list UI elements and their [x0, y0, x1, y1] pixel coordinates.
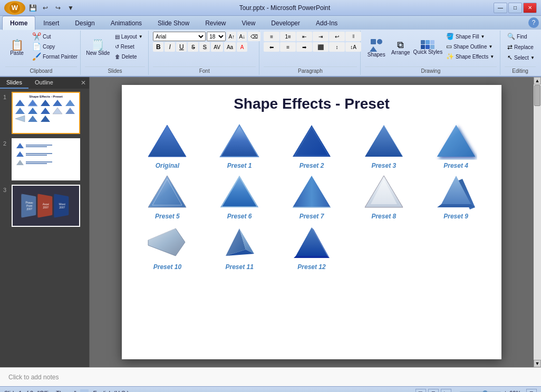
shapes-button[interactable]: Shapes	[365, 32, 388, 63]
slide-preview-3[interactable]: PowerPoint2007 Axcel2007 Word2007	[12, 185, 80, 227]
copy-button[interactable]: 📄 Copy	[30, 42, 80, 51]
tab-slides[interactable]: Slides	[0, 77, 28, 89]
tab-insert[interactable]: Insert	[35, 16, 67, 30]
shadow-button[interactable]: S	[199, 42, 210, 52]
shape-label-preset8: Preset 8	[371, 213, 396, 220]
replace-button[interactable]: ⇄ Replace	[505, 42, 536, 52]
spacer2	[421, 224, 491, 271]
font-name-select[interactable]: Arial	[153, 32, 206, 41]
slides-panel-close[interactable]: ✕	[78, 77, 89, 89]
svg-marker-33	[293, 176, 331, 207]
main-area: Slides Outline ✕ 1 Shape Effects - Prese…	[0, 77, 541, 367]
spacing-button[interactable]: AV	[211, 42, 223, 52]
reading-view-button[interactable]: ▶	[441, 389, 451, 393]
shape-label-preset6: Preset 6	[227, 213, 252, 220]
arrange-button[interactable]: ⧉ Arrange	[389, 32, 412, 63]
underline-button[interactable]: U	[176, 42, 187, 52]
zoom-in-button[interactable]: +	[504, 389, 507, 393]
slide-canvas: Shape Effects - Preset	[122, 85, 501, 359]
align-right-button[interactable]: ➡	[296, 42, 312, 52]
slide-thumb-1[interactable]: 1 Shape Effects - Preset	[2, 91, 87, 135]
paste-button[interactable]: 📋 Paste	[5, 32, 28, 63]
slide-thumb-3[interactable]: 3 PowerPoint2007 Axcel2007 Word2007	[2, 184, 87, 228]
numbering-button[interactable]: 1≡	[280, 32, 296, 41]
scroll-up-button[interactable]: ▲	[534, 77, 541, 84]
font-size-select[interactable]: 18	[207, 32, 226, 41]
shape-effects-button[interactable]: ✨ Shape Effects ▼	[443, 52, 497, 61]
minimize-button[interactable]: —	[494, 3, 507, 13]
maximize-button[interactable]: □	[508, 3, 522, 13]
increase-font-button[interactable]: A↑	[227, 32, 236, 41]
spacer1	[349, 224, 419, 271]
zoom-out-button[interactable]: −	[453, 389, 457, 393]
reset-button[interactable]: ↺ Reset	[112, 42, 146, 51]
shape-item-preset9: Preset 9	[421, 174, 491, 220]
bullets-button[interactable]: ≡	[264, 32, 279, 41]
justify-button[interactable]: ⬛	[313, 42, 329, 52]
align-center-button[interactable]: ≡	[280, 42, 296, 52]
normal-view-button[interactable]: ▤	[416, 389, 426, 393]
tab-animations[interactable]: Animations	[103, 16, 150, 30]
text-direction-button[interactable]: ↕A	[345, 42, 361, 52]
zoom-handle[interactable]	[482, 390, 488, 393]
slide-preview-1[interactable]: Shape Effects - Preset	[12, 92, 80, 134]
italic-button[interactable]: I	[165, 42, 175, 52]
svg-marker-40	[148, 228, 185, 256]
font-group: Arial 18 A↑ A↓ ⌫ B I U S̶ S AV Aa	[150, 31, 259, 75]
strikethrough-button[interactable]: S̶	[188, 42, 198, 52]
tab-design[interactable]: Design	[67, 16, 102, 30]
vertical-scrollbar[interactable]: ▲ ▼	[534, 77, 541, 367]
bold-button[interactable]: B	[153, 42, 163, 52]
tab-review[interactable]: Review	[197, 16, 234, 30]
tab-developer[interactable]: Developer	[263, 16, 308, 30]
shape-label-preset5: Preset 5	[155, 213, 180, 220]
svg-marker-18	[16, 143, 24, 148]
scroll-thumb[interactable]	[534, 85, 540, 106]
slide-sorter-button[interactable]: ⊞	[428, 389, 439, 393]
language-label: English (U.S.)	[93, 390, 129, 393]
notes-area[interactable]: Click to add notes	[0, 367, 541, 386]
slide-preview-2[interactable]	[12, 138, 80, 180]
svg-marker-4	[370, 46, 377, 52]
case-button[interactable]: Aa	[224, 42, 236, 52]
close-button[interactable]: ✕	[523, 3, 537, 13]
statusbar-right: ▤ ⊞ ▶ − + 66% ⊡	[416, 389, 537, 393]
redo-qat-button[interactable]: ↪	[53, 3, 63, 13]
slide-thumb-2[interactable]: 2	[2, 137, 87, 181]
save-qat-button[interactable]: 💾	[27, 3, 38, 13]
columns-button[interactable]: ⫴	[345, 32, 361, 41]
quick-access-toolbar: 💾 ↩ ↪ ▼	[27, 3, 76, 13]
editing-label: Editing	[505, 66, 536, 74]
new-slide-button[interactable]: 🗒️ New Slide	[85, 32, 111, 63]
layout-button[interactable]: ▤ Layout ▼	[112, 32, 146, 41]
qat-dropdown-button[interactable]: ▼	[65, 3, 76, 13]
find-button[interactable]: 🔍 Find	[505, 32, 536, 41]
shape-outline-button[interactable]: ▭ Shape Outline ▼	[443, 42, 497, 51]
shape-effects-icon: ✨	[446, 53, 454, 60]
decrease-indent-button[interactable]: ⇤	[296, 32, 312, 41]
scroll-down-button[interactable]: ▼	[534, 360, 541, 367]
help-button[interactable]: ?	[528, 17, 539, 28]
delete-button[interactable]: 🗑 Delete	[112, 52, 146, 61]
scroll-track[interactable]	[534, 84, 541, 360]
font-color-button[interactable]: A	[237, 42, 247, 52]
cut-button[interactable]: ✂️ Cut	[30, 32, 80, 41]
tab-home[interactable]: Home	[2, 16, 35, 30]
line-spacing-button[interactable]: ↕	[329, 42, 345, 52]
increase-indent-button[interactable]: ⇥	[313, 32, 329, 41]
clear-format-button[interactable]: ⌫	[248, 32, 260, 41]
quick-styles-button[interactable]: Quick Styles	[413, 32, 442, 63]
tab-view[interactable]: View	[234, 16, 264, 30]
undo-qat-button[interactable]: ↩	[40, 3, 51, 13]
decrease-font-button[interactable]: A↓	[237, 32, 247, 41]
fit-slide-button[interactable]: ⊡	[526, 389, 537, 393]
rtl-button[interactable]: ↩	[329, 32, 345, 41]
align-left-button[interactable]: ⬅	[264, 42, 279, 52]
tab-slideshow[interactable]: Slide Show	[150, 16, 197, 30]
format-painter-button[interactable]: 🖌️ Format Painter	[30, 52, 80, 61]
select-button[interactable]: ↖ Select ▼	[505, 53, 537, 62]
tab-addins[interactable]: Add-Ins	[308, 16, 345, 30]
tab-outline[interactable]: Outline	[28, 77, 60, 89]
shape-fill-button[interactable]: 🪣 Shape Fill ▼	[443, 32, 497, 41]
office-button[interactable]: W	[4, 1, 25, 15]
